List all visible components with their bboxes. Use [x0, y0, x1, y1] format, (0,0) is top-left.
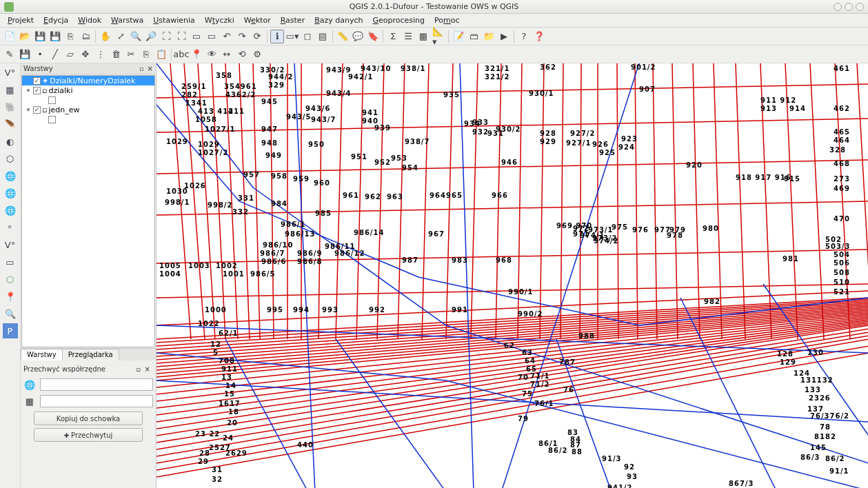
zoom-out-button[interactable]: 🔎	[144, 30, 158, 43]
save-button[interactable]: 💾	[33, 30, 47, 43]
add-wcs-button[interactable]: 🌐	[3, 185, 18, 201]
note-button[interactable]: 📝	[452, 30, 465, 43]
deselect-button[interactable]: ◻	[301, 30, 314, 43]
zoom-selection-button[interactable]: ▭	[190, 30, 203, 43]
menu-wtyczki[interactable]: Wtyczki	[200, 14, 239, 26]
run-button[interactable]: ▶	[497, 30, 511, 43]
duplicate-button[interactable]: ⎘	[63, 30, 77, 43]
add-mssql-button[interactable]: ◐	[3, 134, 18, 149]
dock-icon[interactable]: ▫	[139, 65, 143, 72]
add-oracle-button[interactable]: ⬡	[3, 151, 18, 166]
close-panel-icon[interactable]: ×	[145, 365, 150, 373]
menu-wektor[interactable]: Wektor	[239, 14, 276, 26]
new-vector-button[interactable]: V°	[3, 237, 18, 252]
add-wms-button[interactable]: 🌐	[3, 168, 18, 183]
tab-browser[interactable]: Przeglądarka	[62, 349, 119, 360]
parcel-label: 469	[834, 185, 850, 192]
label-properties-button[interactable]: ⚙	[250, 48, 264, 61]
copy-button[interactable]: ⎘	[139, 48, 153, 61]
label-pin-button[interactable]: 📍	[190, 48, 203, 61]
pan-selection-button[interactable]: ⤢	[114, 30, 128, 43]
composer-button[interactable]: 🗂	[79, 30, 92, 43]
new-project-button[interactable]: 📄	[3, 30, 17, 43]
db-button[interactable]: 🗃	[467, 30, 481, 43]
parcel-label: 901/2	[631, 63, 656, 71]
zoom-layer-button[interactable]: ▭	[205, 30, 219, 43]
table-button[interactable]: ▤	[316, 30, 330, 43]
measure-area-button[interactable]: 📐▾	[432, 30, 445, 43]
add-postgis-button[interactable]: 🐘	[3, 99, 18, 114]
identify-button[interactable]: ℹ	[270, 30, 284, 43]
processing-button[interactable]: P	[3, 323, 18, 338]
delete-feature-button[interactable]: 🗑	[109, 48, 123, 61]
zoom-next-button[interactable]: ↷	[235, 30, 249, 43]
sum-button[interactable]: Σ	[386, 30, 400, 43]
whatsthis-button[interactable]: ❓	[532, 30, 546, 43]
parcel-label: 941	[362, 109, 379, 116]
menu-edycja[interactable]: Edycja	[39, 14, 73, 26]
refresh-button[interactable]: ⟳	[250, 30, 264, 43]
new-gpx-button[interactable]: ▭	[3, 254, 18, 270]
projected-coord-input[interactable]	[40, 395, 153, 407]
grid-button[interactable]: ▦	[416, 30, 430, 43]
paste-button[interactable]: 📋	[154, 48, 168, 61]
maximize-button[interactable]	[845, 3, 853, 11]
zoom-full-button[interactable]: ⛶	[174, 30, 188, 43]
add-point-button[interactable]: •	[33, 48, 47, 61]
map-canvas[interactable]: 10291030259/12821341413 41210581027/1102…	[156, 63, 868, 488]
move-feature-button[interactable]: ✥	[79, 48, 92, 61]
menu-raster[interactable]: Raster	[276, 14, 310, 26]
menu-bazy danych[interactable]: Bazy danych	[310, 14, 367, 26]
zoom-in-button[interactable]: 🔍	[129, 30, 143, 43]
label-rotate-button[interactable]: ⟲	[235, 48, 249, 61]
cut-button[interactable]: ✂	[124, 48, 138, 61]
layer-dzialki-numerydzialek[interactable]: ✓ ✦ Dzialki/NumeryDzialek	[22, 76, 154, 85]
select-button[interactable]: ▭▾	[285, 30, 299, 43]
maptips-button[interactable]: 💬	[351, 30, 365, 43]
measure-button[interactable]: 📏	[336, 30, 350, 43]
parcel-label: 982	[704, 298, 720, 305]
add-wfs-button[interactable]: 🌐	[3, 203, 18, 218]
add-line-button[interactable]: ╱	[48, 48, 62, 61]
menu-warstwa[interactable]: Warstwa	[106, 14, 148, 26]
menu-ustawienia[interactable]: Ustawienia	[148, 14, 199, 26]
copy-clipboard-button[interactable]: Kopiuj do schowka	[34, 411, 143, 425]
edit-save-button[interactable]: 💾	[18, 48, 32, 61]
edit-pencil-button[interactable]: ✎	[3, 48, 17, 61]
help-button[interactable]: ?	[517, 30, 531, 43]
metasearch-button[interactable]: 🔍	[3, 306, 18, 321]
menu-widok[interactable]: Widok	[73, 14, 106, 26]
open-project-button[interactable]: 📂	[18, 30, 32, 43]
zoom-native-button[interactable]: ⛶	[159, 30, 173, 43]
menu-pomoc[interactable]: Pomoc	[430, 14, 464, 26]
capture-button[interactable]: ✚ Przechwytuj	[34, 428, 143, 442]
close-panel-icon[interactable]: ×	[148, 65, 153, 72]
add-polygon-button[interactable]: ▱	[63, 48, 77, 61]
zoom-last-button[interactable]: ↶	[220, 30, 234, 43]
gps-button[interactable]: 📍	[3, 289, 18, 304]
layer-jedn-ew[interactable]: ▾✓ ▫ jedn_ew	[22, 105, 154, 114]
add-raster-button[interactable]: ▦	[3, 82, 18, 97]
list-button[interactable]: ☰	[401, 30, 415, 43]
add-csv-button[interactable]: ᵒ	[3, 220, 18, 235]
bookmark-button[interactable]: 🔖	[366, 30, 380, 43]
layer-dzialki[interactable]: ▾✓ ▫ dzialki	[22, 85, 154, 95]
geographic-coord-input[interactable]	[40, 378, 153, 391]
label-button[interactable]: abc	[174, 48, 188, 61]
dock-icon[interactable]: ▫	[136, 365, 141, 373]
grass-button[interactable]: ⬡	[3, 272, 18, 287]
add-vector-button[interactable]: V°	[3, 65, 18, 80]
pan-button[interactable]: ✋	[99, 30, 112, 43]
label-show-button[interactable]: 👁	[205, 48, 219, 61]
label-move-button[interactable]: ↔	[220, 48, 234, 61]
node-tool-button[interactable]: ⋮	[94, 48, 108, 61]
layers-tree[interactable]: ✓ ✦ Dzialki/NumeryDzialek▾✓ ▫ dzialki▾✓ …	[21, 75, 155, 347]
menu-geoprocesing[interactable]: Geoprocesing	[367, 14, 430, 26]
minimize-button[interactable]	[834, 3, 842, 11]
folder-button[interactable]: 📁	[482, 30, 496, 43]
save-as-button[interactable]: 💾	[48, 30, 62, 43]
menu-projekt[interactable]: Projekt	[3, 14, 39, 26]
close-button[interactable]	[856, 3, 864, 11]
add-spatialite-button[interactable]: 🪶	[3, 116, 18, 132]
tab-layers[interactable]: Warstwy	[21, 349, 63, 360]
